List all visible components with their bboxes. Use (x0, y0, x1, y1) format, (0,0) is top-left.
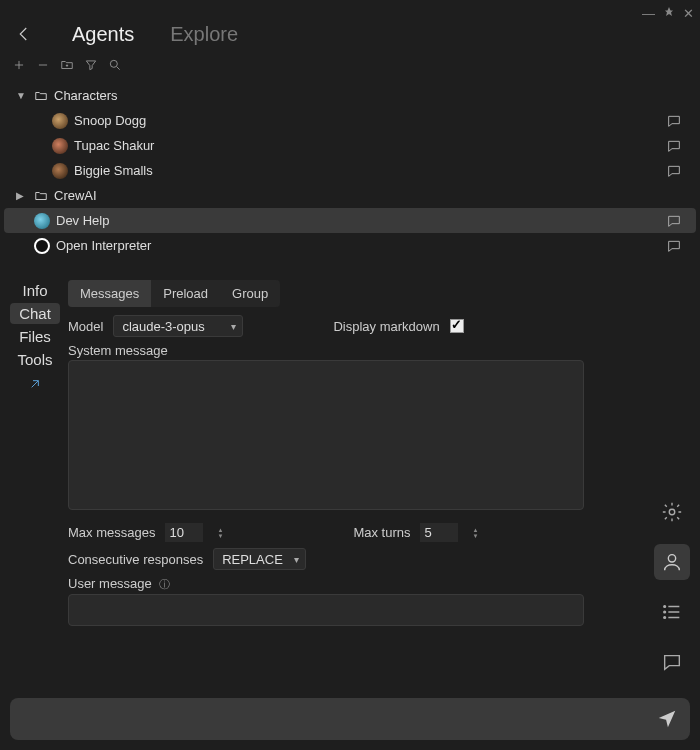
consecutive-label: Consecutive responses (68, 552, 203, 567)
folder-label: CrewAI (54, 188, 690, 203)
chat-icon[interactable] (666, 238, 682, 254)
agent-label: Snoop Dogg (74, 113, 660, 128)
info-icon[interactable]: ⓘ (159, 578, 170, 590)
avatar (34, 238, 50, 254)
svg-point-1 (669, 509, 675, 515)
send-button[interactable] (656, 707, 678, 732)
sidetab-tools[interactable]: Tools (10, 349, 60, 370)
max-messages-label: Max messages (68, 525, 155, 540)
agent-label: Dev Help (56, 213, 660, 228)
window-minimize-icon[interactable]: — (642, 6, 655, 21)
chat-button[interactable] (654, 644, 690, 680)
sidetab-chat[interactable]: Chat (10, 303, 60, 324)
chat-input-bar (10, 698, 690, 740)
svg-point-3 (664, 606, 666, 608)
open-external-icon[interactable] (27, 376, 43, 395)
chat-input[interactable] (22, 711, 656, 727)
svg-point-0 (110, 60, 117, 67)
consecutive-select[interactable]: REPLACE (213, 548, 306, 570)
max-messages-input[interactable] (165, 523, 203, 542)
persona-button[interactable] (654, 544, 690, 580)
max-turns-input[interactable] (420, 523, 458, 542)
avatar (52, 138, 68, 154)
add-icon[interactable] (12, 58, 26, 75)
agent-item-tupac[interactable]: Tupac Shakur (4, 133, 696, 158)
agent-label: Biggie Smalls (74, 163, 660, 178)
max-turns-label: Max turns (353, 525, 410, 540)
list-button[interactable] (654, 594, 690, 630)
window-close-icon[interactable]: ✕ (683, 6, 694, 21)
chat-icon[interactable] (666, 138, 682, 154)
filter-icon[interactable] (84, 58, 98, 75)
chat-icon[interactable] (666, 113, 682, 129)
folder-label: Characters (54, 88, 690, 103)
svg-point-2 (668, 555, 675, 562)
chat-icon[interactable] (666, 213, 682, 229)
agent-item-snoop[interactable]: Snoop Dogg (4, 108, 696, 133)
search-icon[interactable] (108, 58, 122, 75)
avatar (52, 163, 68, 179)
agent-label: Open Interpreter (56, 238, 660, 253)
model-select[interactable]: claude-3-opus (113, 315, 243, 337)
chevron-down-icon[interactable]: ▼ (16, 90, 28, 101)
chat-icon[interactable] (666, 163, 682, 179)
inner-tab-group[interactable]: Group (220, 280, 280, 307)
max-messages-stepper[interactable]: ▲▼ (217, 527, 223, 539)
chevron-right-icon[interactable]: ▶ (16, 190, 28, 201)
agent-item-devhelp[interactable]: Dev Help (4, 208, 696, 233)
tab-agents[interactable]: Agents (72, 23, 134, 46)
avatar (34, 213, 50, 229)
agent-label: Tupac Shakur (74, 138, 660, 153)
back-button[interactable] (12, 22, 36, 46)
inner-tab-messages[interactable]: Messages (68, 280, 151, 307)
new-folder-icon[interactable] (60, 58, 74, 75)
max-turns-stepper[interactable]: ▲▼ (472, 527, 478, 539)
window-pin-icon[interactable] (663, 6, 675, 21)
svg-point-4 (664, 611, 666, 613)
sidetab-files[interactable]: Files (10, 326, 60, 347)
display-markdown-label: Display markdown (333, 319, 439, 334)
folder-icon (34, 89, 48, 103)
user-message-label: User message (68, 576, 152, 591)
system-message-label: System message (68, 343, 690, 358)
inner-tab-preload[interactable]: Preload (151, 280, 220, 307)
settings-button[interactable] (654, 494, 690, 530)
display-markdown-checkbox[interactable] (450, 319, 464, 333)
avatar (52, 113, 68, 129)
sidetab-info[interactable]: Info (10, 280, 60, 301)
user-message-input[interactable] (68, 594, 584, 626)
folder-icon (34, 189, 48, 203)
svg-point-5 (664, 617, 666, 619)
agent-item-biggie[interactable]: Biggie Smalls (4, 158, 696, 183)
system-message-input[interactable] (68, 360, 584, 510)
inner-tabs: Messages Preload Group (68, 280, 280, 307)
folder-characters[interactable]: ▼ Characters (4, 83, 696, 108)
collapse-icon[interactable] (36, 58, 50, 75)
model-label: Model (68, 319, 103, 334)
tab-explore[interactable]: Explore (170, 23, 238, 46)
agent-item-openinterpreter[interactable]: Open Interpreter (4, 233, 696, 258)
folder-crewai[interactable]: ▶ CrewAI (4, 183, 696, 208)
